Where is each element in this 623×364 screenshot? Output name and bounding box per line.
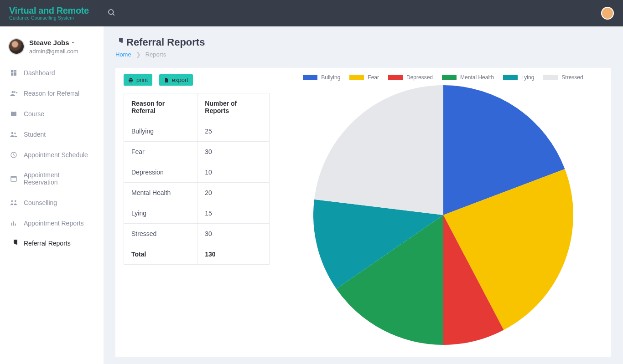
print-icon [128, 77, 134, 83]
sidebar-item-label: Referral Reports [24, 240, 71, 247]
svg-rect-14 [11, 223, 12, 226]
pie-chart-icon [9, 240, 18, 247]
clock-icon [9, 151, 18, 159]
sidebar-item-label: Course [24, 110, 44, 118]
chevron-down-icon [70, 40, 76, 45]
brand-title: Virtual and Remote [9, 6, 89, 15]
legend-swatch [543, 75, 558, 80]
sidebar-item-appointment-reservation[interactable]: Appointment Reservation [4, 165, 100, 192]
topbar-left: Virtual and Remote Guidance Counselling … [9, 6, 115, 21]
svg-point-12 [11, 200, 13, 202]
svg-point-13 [15, 200, 16, 202]
bar-chart-icon [9, 220, 18, 227]
svg-rect-16 [15, 224, 16, 226]
counselling-icon [9, 199, 18, 207]
referral-table: Reason for Referral Number of Reports Bu… [124, 93, 270, 265]
export-button[interactable]: export [159, 74, 193, 86]
pie-chart [313, 85, 573, 345]
print-button[interactable]: print [124, 74, 152, 86]
people-icon [9, 130, 18, 138]
sidebar: Steave Jobs admin@gmail.com Dashboard Re… [0, 26, 104, 364]
page-title: Referral Reports [126, 36, 205, 48]
group-add-icon [9, 89, 18, 97]
legend-item[interactable]: Fear [349, 74, 379, 81]
svg-rect-2 [11, 70, 13, 72]
report-left: print export Reason for Referral Number … [124, 74, 270, 345]
calendar-icon [9, 175, 18, 182]
legend-label: Depressed [406, 74, 433, 81]
sidebar-item-label: Appointment Schedule [24, 151, 88, 159]
svg-point-6 [12, 91, 14, 93]
sidebar-item-counselling[interactable]: Counselling [4, 192, 100, 213]
breadcrumb: Home ❯ Reports [115, 51, 611, 58]
legend-label: Fear [368, 74, 379, 81]
legend-swatch [388, 75, 403, 80]
pie-slice[interactable] [314, 85, 443, 215]
col-reason: Reason for Referral [124, 93, 197, 121]
table-row: Stressed30 [124, 224, 270, 244]
sidebar-item-label: Student [24, 131, 46, 138]
legend-swatch [303, 75, 317, 80]
table-row: Lying15 [124, 203, 270, 224]
sidebar-item-course[interactable]: Course [4, 104, 100, 124]
sidebar-nav: Dashboard Reason for Referral Course Stu… [4, 63, 100, 253]
legend-item[interactable]: Mental Health [442, 74, 494, 81]
file-icon [164, 77, 169, 83]
svg-rect-3 [14, 70, 16, 72]
legend-swatch [442, 75, 457, 80]
report-card: print export Reason for Referral Number … [115, 68, 611, 357]
user-email: admin@gmail.com [29, 48, 78, 55]
legend-item[interactable]: Stressed [543, 74, 583, 81]
svg-point-0 [109, 10, 114, 15]
book-icon [9, 110, 18, 118]
legend-swatch [349, 75, 364, 80]
svg-rect-11 [11, 176, 16, 181]
brand[interactable]: Virtual and Remote Guidance Counselling … [9, 6, 89, 21]
legend-label: Mental Health [460, 74, 494, 81]
breadcrumb-current: Reports [145, 51, 166, 58]
search-icon[interactable] [107, 8, 115, 18]
topbar: Virtual and Remote Guidance Counselling … [0, 0, 623, 26]
breadcrumb-home[interactable]: Home [115, 51, 131, 58]
sidebar-item-reason-for-referral[interactable]: Reason for Referral [4, 83, 100, 104]
sidebar-item-label: Counselling [24, 199, 57, 206]
svg-point-7 [14, 91, 16, 93]
dashboard-icon [9, 69, 18, 77]
chart-legend: BullyingFearDepressedMental HealthLyingS… [303, 74, 583, 81]
svg-rect-5 [11, 73, 13, 76]
pie-chart-icon [115, 38, 123, 47]
legend-item[interactable]: Depressed [388, 74, 433, 81]
sidebar-item-dashboard[interactable]: Dashboard [4, 63, 100, 83]
table-row: Depression10 [124, 162, 270, 183]
legend-label: Stressed [561, 74, 583, 81]
sidebar-item-student[interactable]: Student [4, 124, 100, 145]
legend-item[interactable]: Lying [503, 74, 534, 81]
user-avatar-top[interactable] [601, 7, 614, 20]
svg-rect-4 [14, 72, 16, 76]
sidebar-item-label: Dashboard [24, 69, 55, 77]
sidebar-item-referral-reports[interactable]: Referral Reports [4, 233, 100, 253]
sidebar-item-label: Appointment Reports [24, 220, 84, 227]
avatar [8, 38, 25, 55]
svg-point-8 [11, 132, 14, 134]
page-head: Referral Reports [115, 36, 611, 48]
table-row: Fear30 [124, 142, 270, 162]
chevron-right-icon: ❯ [136, 51, 141, 58]
user-name: Steave Jobs [29, 39, 76, 46]
user-block[interactable]: Steave Jobs admin@gmail.com [4, 36, 100, 63]
brand-subtitle: Guidance Counselling System [9, 16, 89, 21]
sidebar-item-label: Reason for Referral [24, 90, 79, 97]
sidebar-item-appointment-schedule[interactable]: Appointment Schedule [4, 145, 100, 165]
content: Referral Reports Home ❯ Reports print ex… [104, 26, 623, 364]
sidebar-item-appointment-reports[interactable]: Appointment Reports [4, 213, 100, 233]
table-header-row: Reason for Referral Number of Reports [124, 93, 270, 121]
svg-rect-15 [13, 221, 14, 226]
legend-label: Lying [521, 74, 534, 81]
svg-point-9 [14, 133, 16, 134]
legend-item[interactable]: Bullying [303, 74, 340, 81]
table-row: Bullying25 [124, 121, 270, 142]
col-count: Number of Reports [197, 93, 270, 121]
legend-swatch [503, 75, 518, 80]
table-total-row: Total130 [124, 244, 270, 265]
svg-line-1 [113, 14, 114, 15]
